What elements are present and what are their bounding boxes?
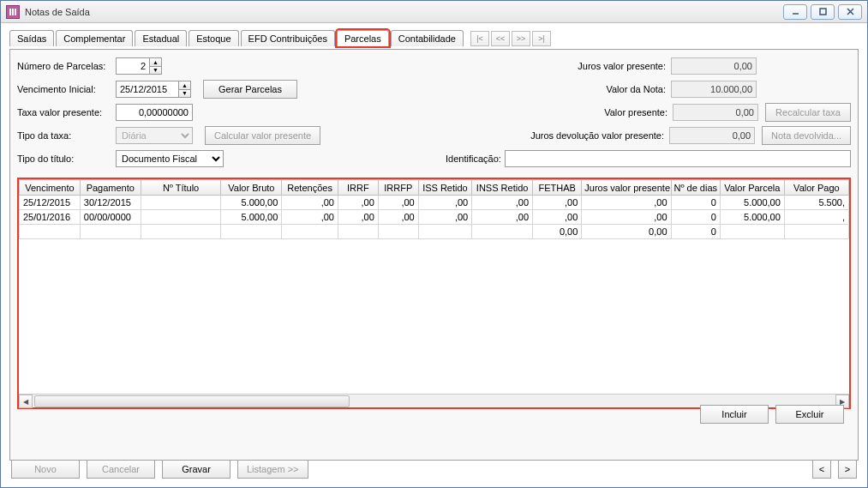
spin-up-icon[interactable]: ▲ [179,81,190,90]
numero-parcelas-input[interactable] [116,57,150,75]
footer-toolbar: Novo Cancelar Gravar Listagem >> < > [11,460,857,479]
calcular-vp-button[interactable]: Calcular valor presente [205,126,320,145]
svg-rect-4 [820,9,826,15]
close-button[interactable] [838,4,862,20]
valor-nota-value [671,81,757,98]
recalcular-taxa-button[interactable]: Recalcular taxa [765,103,851,122]
minimize-button[interactable] [783,4,807,20]
svg-rect-0 [9,9,11,15]
cancelar-button[interactable]: Cancelar [87,460,155,479]
tab-complementar[interactable]: Complementar [56,30,133,46]
vencimento-inicial-label: Vencimento Inicial: [17,84,116,94]
nav-next-button[interactable]: >> [512,31,530,46]
col-irrfp[interactable]: IRRFP [378,180,418,196]
col-pagamento[interactable]: Pagamento [80,180,141,196]
listagem-button[interactable]: Listagem >> [237,460,308,479]
taxa-vp-label: Taxa valor presente: [17,107,116,117]
tab-estoque[interactable]: Estoque [189,30,238,46]
scroll-thumb[interactable] [34,395,350,407]
taxa-vp-input[interactable] [116,104,193,121]
novo-button[interactable]: Novo [11,460,80,479]
col-fethab[interactable]: FETHAB [533,180,582,196]
juros-vp-label: Juros valor presente: [377,61,671,71]
gerar-parcelas-button[interactable]: Gerar Parcelas [203,80,297,99]
col-irrf[interactable]: IRRF [338,180,378,196]
col-n-dias[interactable]: Nº de dias [671,180,720,196]
valor-presente-label: Valor presente: [377,107,673,117]
juros-vp-value [671,57,757,75]
col-iss-retido[interactable]: ISS Retido [418,180,472,196]
footer-next-button[interactable]: > [838,460,857,479]
incluir-button[interactable]: Incluir [700,405,769,424]
col-n-titulo[interactable]: Nº Título [141,180,221,196]
col-retencoes[interactable]: Retenções [282,180,338,196]
vencimento-inicial-input[interactable] [116,81,179,98]
tipo-titulo-label: Tipo do título: [17,154,116,164]
svg-rect-2 [15,9,16,15]
juros-dev-vp-label: Juros devolução valor presente: [377,130,669,141]
table-row[interactable]: 25/01/2016 00/00/0000 5.000,00 ,00 ,00 ,… [20,210,849,225]
nav-prev-button[interactable]: << [491,31,510,46]
col-valor-parcela[interactable]: Valor Parcela [720,180,784,196]
identificacao-label: Identificação: [377,154,505,164]
valor-presente-value [673,104,758,121]
window-title: Notas de Saída [25,7,783,17]
footer-prev-button[interactable]: < [812,460,831,479]
totals-row: 0,00 0,00 0 [20,225,849,239]
tab-parcelas[interactable]: Parcelas [337,30,389,46]
col-juros-vp[interactable]: Juros valor presente [582,180,671,196]
svg-rect-1 [12,9,14,15]
tab-saidas[interactable]: Saídas [9,30,54,46]
nav-first-button[interactable]: |< [470,31,489,46]
spin-up-icon[interactable]: ▲ [150,58,161,67]
scroll-left-icon[interactable]: ◀ [19,395,33,408]
col-inss-retido[interactable]: INSS Retido [472,180,533,196]
tab-estadual[interactable]: Estadual [135,30,187,46]
valor-nota-label: Valor da Nota: [377,84,671,94]
col-vencimento[interactable]: Vencimento [20,180,81,196]
titlebar: Notas de Saída [1,1,867,23]
spin-down-icon[interactable]: ▼ [150,67,161,75]
maximize-button[interactable] [811,4,835,20]
col-valor-pago[interactable]: Valor Pago [784,180,848,196]
nav-last-button[interactable]: >| [532,31,551,46]
gravar-button[interactable]: Gravar [162,460,230,479]
juros-dev-vp-value [669,127,755,144]
spin-down-icon[interactable]: ▼ [179,90,190,98]
parcelas-panel: Número de Parcelas: ▲ ▼ Vencimento Inici… [9,49,859,461]
app-icon [6,5,20,19]
numero-parcelas-label: Número de Parcelas: [17,61,116,71]
table-row[interactable]: 25/12/2015 30/12/2015 5.000,00 ,00 ,00 ,… [20,196,849,210]
nota-devolvida-button[interactable]: Nota devolvida... [762,126,851,145]
tipo-titulo-select[interactable]: Documento Fiscal [116,150,224,167]
excluir-button[interactable]: Excluir [775,405,844,424]
tab-contabilidade[interactable]: Contabilidade [391,30,464,46]
grid-scroll[interactable]: Vencimento Pagamento Nº Título Valor Bru… [19,179,849,394]
parcelas-grid: Vencimento Pagamento Nº Título Valor Bru… [17,178,851,409]
tipo-taxa-label: Tipo da taxa: [17,130,116,141]
tipo-taxa-select[interactable]: Diária [116,127,193,144]
tab-efd-contribuicoes[interactable]: EFD Contribuições [241,30,335,46]
tabstrip: Saídas Complementar Estadual Estoque EFD… [9,30,859,46]
grid-header-row: Vencimento Pagamento Nº Título Valor Bru… [20,180,849,196]
identificacao-input[interactable] [505,150,851,167]
col-valor-bruto[interactable]: Valor Bruto [221,180,282,196]
